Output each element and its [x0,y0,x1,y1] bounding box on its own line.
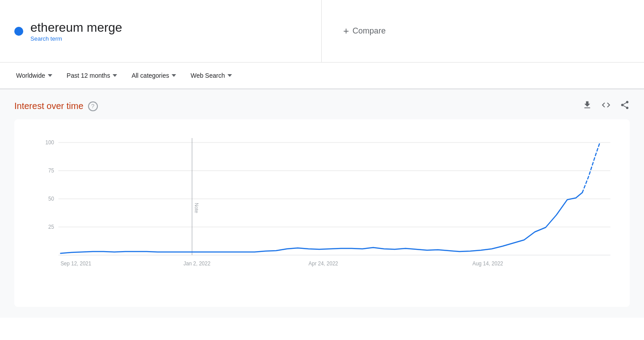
search-type-filter-label: Web Search [190,72,225,79]
svg-text:Note: Note [194,203,199,213]
svg-text:Aug 14, 2022: Aug 14, 2022 [472,260,503,266]
location-label: Worldwide [16,72,45,79]
search-term-section: ethereum merge Search term [0,0,322,62]
section-title-area: Interest over time ? [14,101,98,111]
category-filter[interactable]: All categories [126,68,181,83]
location-filter[interactable]: Worldwide [11,68,58,83]
help-icon[interactable]: ? [88,101,98,111]
compare-button[interactable]: + Compare [343,25,386,37]
section-header: Interest over time ? [14,100,630,112]
search-term-title: ethereum merge [30,20,122,35]
category-label: All categories [131,72,169,79]
header-area: ethereum merge Search term + Compare [0,0,644,63]
term-color-dot [14,27,23,36]
embed-icon[interactable] [601,100,611,112]
svg-text:50: 50 [48,196,54,201]
search-type-chevron-icon [227,74,232,77]
share-icon[interactable] [620,100,630,112]
compare-section: + Compare [322,0,644,62]
svg-text:25: 25 [48,224,54,230]
filter-bar: Worldwide Past 12 months All categories … [0,63,644,89]
category-chevron-icon [172,74,176,77]
time-range-filter[interactable]: Past 12 months [61,68,122,83]
search-type-label: Search term [30,35,122,42]
help-label: ? [91,103,94,109]
location-chevron-icon [48,74,52,77]
section-actions [582,100,630,112]
main-content: Interest over time ? 100 75 [0,89,644,318]
search-term-text: ethereum merge Search term [30,20,122,42]
svg-text:100: 100 [46,139,55,145]
search-type-filter[interactable]: Web Search [185,68,237,83]
svg-text:Jan 2, 2022: Jan 2, 2022 [183,260,210,266]
time-range-label: Past 12 months [67,72,110,79]
svg-text:Sep 12, 2021: Sep 12, 2021 [60,260,91,266]
time-range-chevron-icon [113,74,117,77]
svg-text:Apr 24, 2022: Apr 24, 2022 [308,260,338,266]
chart-container: 100 75 50 25 Note Sep 12, 2021 Jan 2, 20… [14,119,630,307]
svg-text:75: 75 [48,168,54,173]
plus-icon: + [343,25,349,37]
section-title: Interest over time [14,101,84,111]
download-icon[interactable] [582,100,592,112]
interest-over-time-chart: 100 75 50 25 Note Sep 12, 2021 Jan 2, 20… [41,134,619,285]
compare-label: Compare [353,26,386,36]
